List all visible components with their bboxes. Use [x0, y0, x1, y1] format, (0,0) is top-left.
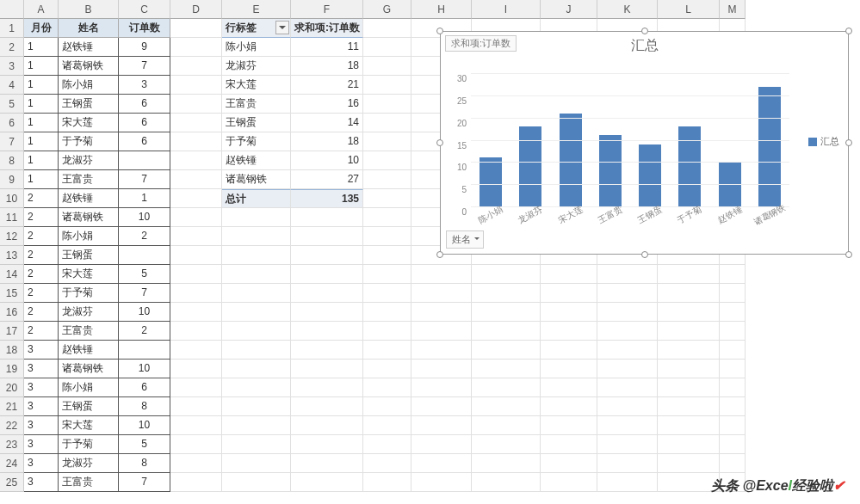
cell[interactable] — [291, 284, 363, 303]
cell[interactable] — [411, 473, 472, 492]
cell[interactable] — [170, 76, 222, 95]
cell[interactable] — [541, 473, 597, 492]
cell[interactable] — [411, 435, 472, 454]
cell[interactable] — [222, 416, 291, 435]
cell[interactable] — [472, 397, 541, 416]
table-cell[interactable]: 1 — [24, 76, 59, 95]
table-cell[interactable]: 1 — [24, 38, 59, 57]
cell[interactable] — [291, 454, 363, 473]
cell[interactable] — [363, 19, 411, 38]
chart-bar[interactable] — [599, 135, 622, 206]
cell[interactable] — [411, 284, 472, 303]
cell[interactable] — [170, 341, 222, 360]
cell[interactable] — [472, 360, 541, 378]
column-header-M[interactable]: M — [720, 0, 746, 19]
row-header-20[interactable]: 20 — [0, 378, 24, 397]
table-cell[interactable]: 赵铁锤 — [59, 341, 119, 360]
cell[interactable] — [597, 284, 658, 303]
row-header-13[interactable]: 13 — [0, 246, 24, 265]
row-header-12[interactable]: 12 — [0, 227, 24, 246]
cell[interactable] — [597, 473, 658, 492]
table-cell[interactable]: 7 — [119, 57, 170, 76]
table-header[interactable]: 姓名 — [59, 19, 119, 38]
column-header-C[interactable]: C — [119, 0, 170, 19]
resize-handle[interactable] — [641, 251, 648, 258]
cell[interactable] — [720, 416, 746, 435]
cell[interactable] — [291, 397, 363, 416]
table-cell[interactable]: 1 — [24, 170, 59, 189]
table-cell[interactable]: 1 — [24, 57, 59, 76]
cell[interactable] — [291, 303, 363, 322]
cell[interactable] — [658, 454, 720, 473]
pivot-row-label[interactable]: 龙淑芬 — [222, 57, 291, 76]
cell[interactable] — [658, 322, 720, 341]
resize-handle[interactable] — [436, 139, 443, 146]
column-header-K[interactable]: K — [597, 0, 658, 19]
table-cell[interactable]: 王富贵 — [59, 170, 119, 189]
cell[interactable] — [363, 208, 411, 227]
column-header-E[interactable]: E — [222, 0, 291, 19]
cell[interactable] — [658, 265, 720, 284]
table-cell[interactable]: 于予菊 — [59, 435, 119, 454]
chart-bar[interactable] — [639, 144, 661, 206]
table-cell[interactable]: 8 — [119, 454, 170, 473]
table-cell[interactable]: 王钢蛋 — [59, 95, 119, 114]
cell[interactable] — [541, 265, 597, 284]
cell[interactable] — [472, 435, 541, 454]
cell[interactable] — [170, 416, 222, 435]
table-cell[interactable]: 诸葛钢铁 — [59, 360, 119, 378]
table-cell[interactable]: 王富贵 — [59, 473, 119, 492]
table-cell[interactable]: 龙淑芬 — [59, 303, 119, 322]
table-cell[interactable]: 陈小娟 — [59, 378, 119, 397]
cell[interactable] — [658, 435, 720, 454]
cell[interactable] — [541, 454, 597, 473]
cell[interactable] — [291, 341, 363, 360]
cell[interactable] — [597, 341, 658, 360]
table-header[interactable]: 订单数 — [119, 19, 170, 38]
table-cell[interactable]: 2 — [119, 227, 170, 246]
cell[interactable] — [291, 416, 363, 435]
pivot-header-rowlabel[interactable]: 行标签 — [222, 19, 291, 38]
table-cell[interactable]: 陈小娟 — [59, 227, 119, 246]
cell[interactable] — [222, 454, 291, 473]
table-cell[interactable]: 1 — [119, 189, 170, 208]
table-cell[interactable]: 王钢蛋 — [59, 397, 119, 416]
cell[interactable] — [541, 397, 597, 416]
chart-axis-field-button[interactable]: 姓名 — [446, 230, 484, 249]
cell[interactable] — [222, 227, 291, 246]
pivot-row-value[interactable]: 11 — [291, 38, 363, 57]
cell[interactable] — [222, 265, 291, 284]
pivot-row-label[interactable]: 诸葛钢铁 — [222, 170, 291, 189]
cell[interactable] — [170, 114, 222, 132]
row-header-2[interactable]: 2 — [0, 38, 24, 57]
pivot-row-value[interactable]: 14 — [291, 114, 363, 132]
column-header-H[interactable]: H — [411, 0, 472, 19]
cell[interactable] — [363, 303, 411, 322]
table-cell[interactable]: 宋大莲 — [59, 114, 119, 132]
table-cell[interactable] — [119, 151, 170, 170]
cell[interactable] — [720, 360, 746, 378]
row-header-24[interactable]: 24 — [0, 454, 24, 473]
cell[interactable] — [222, 208, 291, 227]
cell[interactable] — [363, 189, 411, 208]
table-cell[interactable]: 6 — [119, 378, 170, 397]
chart-bar[interactable] — [560, 114, 582, 207]
cell[interactable] — [291, 435, 363, 454]
cell[interactable] — [363, 360, 411, 378]
cell[interactable] — [658, 341, 720, 360]
pivot-header-value[interactable]: 求和项:订单数 — [291, 19, 363, 38]
cell[interactable] — [541, 416, 597, 435]
table-cell[interactable]: 3 — [24, 360, 59, 378]
table-cell[interactable]: 6 — [119, 114, 170, 132]
table-cell[interactable]: 2 — [24, 246, 59, 265]
row-header-4[interactable]: 4 — [0, 76, 24, 95]
cell[interactable] — [363, 246, 411, 265]
table-cell[interactable]: 7 — [119, 473, 170, 492]
cell[interactable] — [720, 284, 746, 303]
table-cell[interactable]: 1 — [24, 132, 59, 151]
cell[interactable] — [363, 435, 411, 454]
cell[interactable] — [658, 284, 720, 303]
row-header-18[interactable]: 18 — [0, 341, 24, 360]
cell[interactable] — [170, 189, 222, 208]
cell[interactable] — [222, 303, 291, 322]
